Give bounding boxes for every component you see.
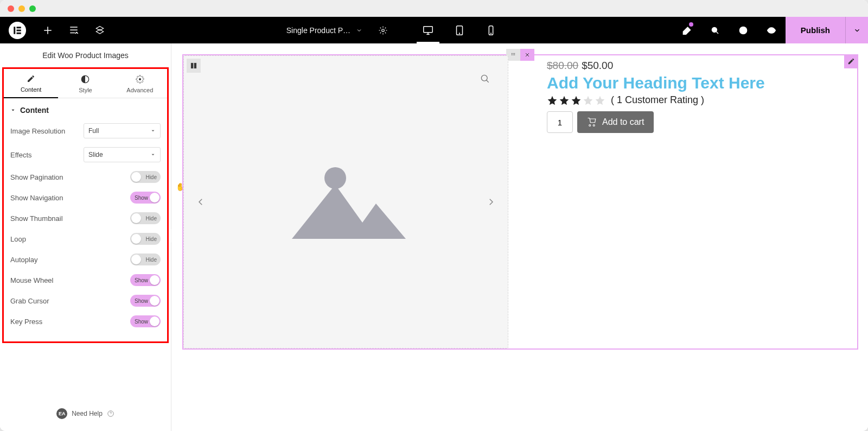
price-current: $50.00 (582, 60, 613, 71)
select-value: Slide (88, 151, 103, 159)
control-label-autoplay: Autoplay (10, 256, 38, 264)
gear-icon (136, 75, 144, 84)
column-edit-button[interactable] (844, 54, 858, 68)
select-value: Full (88, 127, 99, 135)
structure-button[interactable] (87, 17, 113, 43)
elementor-section[interactable]: $80.00$50.00 Add Your Heading Text Here … (182, 54, 858, 350)
panel-title: Edit Woo Product Images (0, 43, 171, 67)
toggle-grab-cursor[interactable]: Show (130, 295, 161, 307)
preview-canvas[interactable]: ✋ (171, 43, 868, 431)
svg-point-18 (514, 53, 515, 54)
control-label-key-press: Key Press (10, 318, 42, 326)
svg-point-4 (382, 29, 385, 31)
document-title: Single Product P… (286, 26, 350, 35)
svg-point-21 (514, 54, 515, 55)
section-delete-button[interactable] (520, 49, 534, 61)
tab-advanced[interactable]: Advanced (113, 69, 167, 98)
svg-rect-22 (191, 63, 193, 68)
chevron-down-icon (356, 27, 362, 34)
toggle-loop[interactable]: Hide (130, 233, 161, 245)
product-info-column[interactable]: $80.00$50.00 Add Your Heading Text Here … (509, 55, 857, 348)
macos-titlebar (0, 0, 868, 17)
contrast-icon (81, 75, 90, 84)
help-button[interactable] (729, 17, 757, 43)
zoom-icon[interactable] (477, 71, 493, 86)
widget-panel: Edit Woo Product Images Content Style Ad… (0, 43, 171, 431)
svg-rect-3 (17, 32, 21, 34)
section-structure-button[interactable] (187, 59, 201, 73)
control-label-mouse-wheel: Mouse Wheel (10, 276, 53, 284)
slider-prev-button[interactable] (192, 193, 210, 211)
svg-point-20 (513, 54, 514, 55)
rating-text: ( 1 Customer Rating ) (611, 94, 704, 106)
svg-point-19 (512, 54, 513, 55)
section-toggle-content[interactable]: Content (4, 98, 167, 119)
need-help-label: Need Help (72, 410, 103, 417)
tab-content-label: Content (21, 86, 42, 93)
toggle-show-navigation[interactable]: Show (130, 192, 161, 204)
svg-point-14 (139, 78, 141, 80)
svg-point-10 (712, 27, 717, 32)
stars-icon (547, 95, 605, 106)
panel-tabs-highlight: Content Style Advanced Content (2, 67, 169, 343)
quantity-input[interactable] (547, 111, 573, 133)
image-placeholder-icon (281, 152, 411, 252)
editor-topbar: Single Product P… Publish (0, 17, 868, 43)
publish-options-button[interactable] (845, 17, 868, 43)
control-label-loop: Loop (10, 235, 26, 243)
notifications-button[interactable] (673, 17, 701, 43)
document-selector[interactable]: Single Product P… (279, 26, 370, 35)
tab-style[interactable]: Style (58, 69, 112, 98)
price-original: $80.00 (547, 60, 578, 71)
elementor-logo[interactable] (9, 22, 26, 39)
document-settings-button[interactable] (370, 17, 396, 43)
device-mobile-button[interactable] (475, 17, 507, 43)
control-label-show-thumbnail: Show Thumbnail (10, 214, 63, 223)
toggle-show-thumbnail[interactable]: Hide (130, 212, 161, 224)
svg-rect-5 (424, 26, 433, 32)
product-image-column[interactable] (183, 55, 509, 348)
select-image-resolution[interactable]: Full (84, 123, 161, 138)
toggle-key-press[interactable]: Show (130, 315, 161, 327)
pencil-icon (27, 74, 35, 83)
slider-next-button[interactable] (482, 193, 500, 211)
add-to-cart-button[interactable]: Add to cart (577, 111, 654, 133)
site-settings-button[interactable] (61, 17, 87, 43)
need-help-link[interactable]: EA Need Help (0, 401, 171, 427)
product-rating: ( 1 Customer Rating ) (547, 94, 846, 106)
question-circle-icon (107, 410, 114, 417)
svg-point-16 (512, 53, 513, 54)
maximize-window-button[interactable] (29, 5, 36, 12)
caret-down-icon (150, 128, 156, 134)
svg-rect-23 (194, 63, 196, 68)
caret-down-icon (150, 152, 156, 157)
toggle-show-pagination[interactable]: Hide (130, 171, 161, 183)
svg-rect-0 (14, 27, 15, 34)
svg-point-17 (513, 53, 514, 54)
minimize-window-button[interactable] (18, 5, 25, 12)
toggle-mouse-wheel[interactable]: Show (130, 274, 161, 286)
control-label-image-resolution: Image Resolution (10, 127, 65, 135)
tab-content[interactable]: Content (4, 69, 58, 98)
select-effects[interactable]: Slide (84, 147, 161, 162)
control-label-effects: Effects (10, 151, 32, 159)
publish-button[interactable]: Publish (786, 17, 845, 43)
close-window-button[interactable] (8, 5, 14, 12)
add-element-button[interactable] (35, 17, 61, 43)
finder-search-button[interactable] (701, 17, 729, 43)
device-desktop-button[interactable] (412, 17, 444, 43)
product-heading[interactable]: Add Your Heading Text Here (547, 74, 846, 92)
tab-advanced-label: Advanced (126, 87, 153, 93)
section-label: Content (20, 106, 49, 115)
preview-button[interactable] (757, 17, 786, 43)
add-to-cart-label: Add to cart (602, 117, 644, 127)
control-label-show-navigation: Show Navigation (10, 194, 63, 202)
ea-badge-icon: EA (56, 408, 67, 419)
cart-icon (587, 117, 597, 127)
tab-style-label: Style (79, 87, 92, 93)
toggle-autoplay[interactable]: Hide (130, 253, 161, 265)
device-tablet-button[interactable] (444, 17, 475, 43)
control-label-show-pagination: Show Pagination (10, 173, 63, 181)
svg-point-7 (459, 33, 460, 34)
product-image-slider[interactable] (183, 55, 508, 348)
